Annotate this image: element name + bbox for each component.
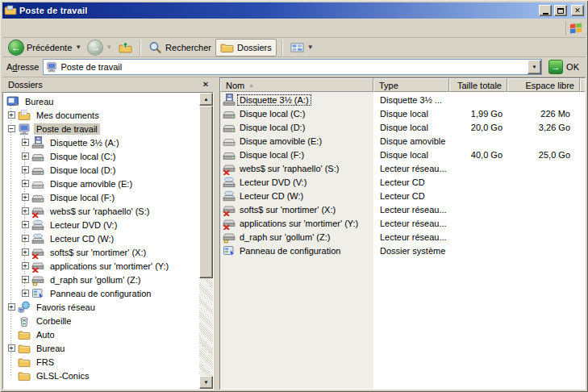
tree-item-label[interactable]: Bureau (34, 343, 67, 354)
forward-dropdown-icon[interactable]: ▼ (106, 44, 112, 51)
tree-expander[interactable]: + (19, 152, 31, 160)
tree-item[interactable]: + Lecteur DVD (V:) (3, 218, 199, 231)
tree-item-label[interactable]: webs$ sur 'raphaello' (S:) (48, 206, 152, 217)
expander-box-icon[interactable]: + (22, 166, 29, 173)
minimize-button[interactable] (539, 5, 552, 16)
tree-item-label[interactable]: Corbeille (34, 315, 73, 327)
up-button[interactable] (116, 40, 135, 55)
menu-item[interactable] (5, 26, 18, 31)
tree-item[interactable]: + Disque local (D:) (3, 163, 199, 177)
expander-box-icon[interactable]: + (22, 139, 29, 146)
go-button[interactable]: → OK (546, 60, 582, 74)
drive-row[interactable]: Lecteur DVD (V:) Lecteur CD (220, 175, 585, 189)
tree-item[interactable]: + webs$ sur 'raphaello' (S:) (3, 204, 199, 218)
drive-row[interactable]: Disque amovible (E:) Disque amovible (220, 134, 585, 148)
drive-name[interactable]: Lecteur DVD (V:) (237, 177, 309, 188)
drive-row[interactable]: Lecteur CD (W:) Lecteur CD (220, 189, 585, 202)
tree-expander[interactable]: + (5, 111, 18, 119)
tree-item[interactable]: Auto (3, 327, 199, 341)
expander-box-icon[interactable]: + (22, 221, 29, 228)
address-dropdown-button[interactable]: ▼ (528, 60, 541, 74)
expander-box-icon[interactable]: + (22, 290, 29, 297)
close-button[interactable]: ✕ (571, 5, 584, 16)
expander-box-icon[interactable]: − (8, 125, 15, 132)
tree-item-label[interactable]: Disque amovible (E:) (48, 178, 135, 190)
tree-expander[interactable] (5, 331, 18, 338)
tree-scrollbar[interactable]: ▲ ▼ (199, 93, 213, 389)
tree-item-label[interactable]: Mes documents (34, 110, 102, 121)
expander-box-icon[interactable]: + (22, 235, 29, 242)
tree-item[interactable]: Bureau (3, 94, 199, 108)
drive-name[interactable]: d_raph sur 'gollum' (Z:) (237, 231, 332, 243)
maximize-button[interactable] (554, 5, 567, 16)
tree-item-label[interactable]: Disque local (C:) (48, 151, 118, 162)
expander-box-icon[interactable]: + (22, 207, 29, 215)
drive-name[interactable]: Lecteur CD (W:) (237, 190, 306, 202)
tree-item[interactable]: + Disquette 3½ (A:) (3, 136, 199, 149)
drive-row[interactable]: d_raph sur 'gollum' (Z:) Lecteur réseau.… (220, 230, 585, 244)
tree-expander[interactable] (5, 317, 18, 324)
tree-item[interactable]: + Lecteur CD (W:) (3, 231, 199, 245)
forward-button[interactable]: → ▼ (85, 40, 115, 56)
menu-item[interactable] (31, 26, 44, 31)
tree-item-label[interactable]: d_raph sur 'gollum' (Z:) (48, 274, 143, 286)
tree-expander[interactable]: + (19, 276, 31, 283)
tree-item-label[interactable]: Favoris réseau (34, 302, 98, 313)
column-header[interactable]: Espace libre ▲ (507, 78, 580, 92)
tree-expander[interactable]: + (19, 166, 31, 173)
expander-box-icon[interactable]: + (8, 111, 15, 119)
tree-item[interactable]: + softs$ sur 'mortimer' (X:) (3, 245, 199, 259)
tree-item-label[interactable]: softs$ sur 'mortimer' (X:) (48, 247, 148, 258)
folders-button[interactable]: Dossiers (215, 39, 277, 56)
tree-item[interactable]: + Bureau (3, 341, 199, 355)
tree-expander[interactable]: + (19, 194, 31, 201)
tree-expander[interactable]: + (5, 344, 18, 352)
expander-box-icon[interactable]: + (22, 262, 29, 269)
address-value[interactable]: Poste de travail (60, 62, 524, 72)
tree-item-label[interactable]: Poste de travail (34, 123, 100, 135)
tree-item-label[interactable]: Lecteur CD (W:) (48, 233, 116, 244)
menu-item[interactable] (69, 26, 82, 31)
back-button[interactable]: ← Précédente ▼ (6, 40, 84, 56)
tree-item-label[interactable]: Disque local (D:) (48, 165, 118, 176)
drive-row[interactable]: Disque local (D:) Disque local 20,0 Go 3… (220, 120, 585, 134)
menu-item[interactable] (18, 26, 31, 31)
views-button[interactable]: ▼ (288, 40, 316, 55)
title-bar[interactable]: Poste de travail ✕ (2, 2, 586, 19)
tree-item[interactable]: + Disque amovible (E:) (3, 177, 199, 190)
drive-name[interactable]: Panneau de configuration (237, 245, 343, 256)
expander-box-icon[interactable]: + (8, 303, 15, 311)
column-header[interactable]: Nom ▲ (220, 78, 373, 92)
tree-item[interactable]: + Favoris réseau (3, 300, 199, 314)
tree-expander[interactable]: + (19, 221, 31, 228)
column-header[interactable]: Taille totale ▲ (449, 78, 507, 92)
drive-name[interactable]: webs$ sur 'raphaello' (S:) (237, 163, 341, 174)
column-header[interactable]: Type ▲ (373, 78, 449, 92)
drive-name[interactable]: softs$ sur 'mortimer' (X:) (237, 204, 338, 215)
panel-splitter[interactable] (214, 77, 219, 390)
drive-row[interactable]: Disquette 3½ (A:) Disquette 3½ ... (220, 93, 585, 106)
drive-row[interactable]: softs$ sur 'mortimer' (X:) Lecteur résea… (220, 202, 585, 216)
tree-item-label[interactable]: GLSL-Conics (34, 370, 91, 382)
drive-row[interactable]: applications sur 'mortimer' (Y:) Lecteur… (220, 216, 585, 230)
back-dropdown-icon[interactable]: ▼ (75, 44, 81, 51)
tree-item[interactable]: FRS (3, 355, 199, 369)
tree-expander[interactable]: + (19, 248, 31, 256)
search-button[interactable]: Rechercher (146, 40, 214, 55)
tree-expander[interactable]: + (19, 290, 31, 297)
expander-box-icon[interactable]: + (22, 180, 29, 187)
tree-item[interactable]: + Disque local (F:) (3, 190, 199, 204)
tree-item-label[interactable]: FRS (34, 357, 56, 368)
tree-expander[interactable]: + (19, 207, 31, 215)
tree-expander[interactable]: + (19, 235, 31, 242)
scrollbar-track[interactable] (199, 106, 213, 376)
tree-expander[interactable]: + (19, 180, 31, 187)
scrollbar-thumb[interactable] (199, 106, 213, 278)
tree-expander[interactable] (5, 358, 18, 365)
menu-item[interactable] (44, 26, 56, 31)
drive-name[interactable]: Disque local (F:) (237, 149, 307, 161)
tree-item-label[interactable]: Disquette 3½ (A:) (48, 137, 122, 148)
tree-expander[interactable]: + (5, 303, 18, 311)
tree-item[interactable]: + Panneau de configuration (3, 286, 199, 300)
expander-box-icon[interactable]: + (22, 248, 29, 256)
